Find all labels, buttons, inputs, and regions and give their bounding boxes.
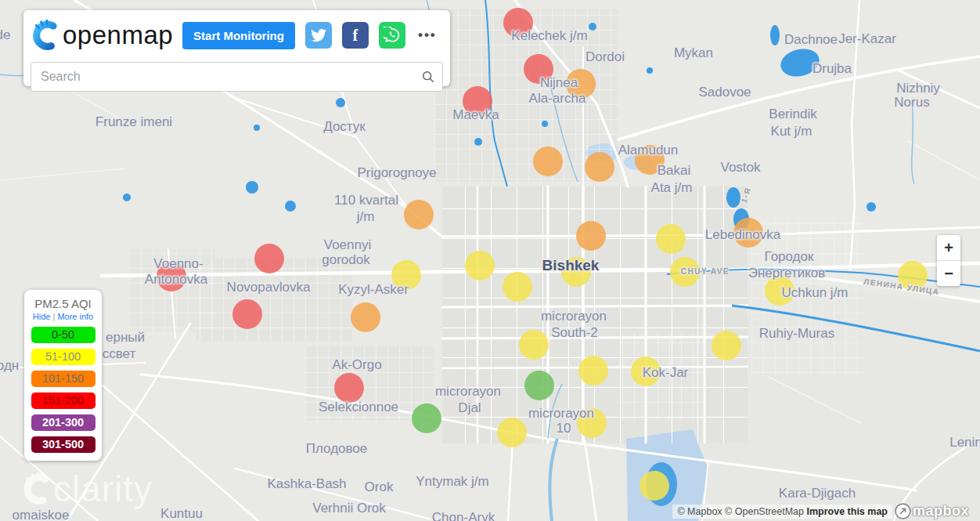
legend-range-pill: 151-200 [31, 393, 95, 409]
aqi-marker[interactable] [497, 418, 527, 447]
aqi-marker[interactable] [585, 152, 614, 182]
legend-range-pill: 51-100 [31, 349, 95, 365]
aqi-marker[interactable] [670, 257, 700, 287]
aqi-marker[interactable] [898, 261, 928, 291]
search-input[interactable] [31, 62, 443, 92]
openmap-app: Kelechek j/mDordoiMykanDachnoeJer-KazarD… [0, 0, 980, 521]
aqi-marker[interactable] [351, 302, 380, 332]
aqi-legend: PM2.5 AQI Hide | More info 0-5051-100101… [24, 290, 102, 461]
aqi-marker[interactable] [404, 200, 434, 230]
clarity-watermark: clarity [20, 468, 153, 510]
aqi-marker[interactable] [578, 356, 608, 385]
clarity-watermark-text: clarity [53, 468, 153, 510]
aqi-marker[interactable] [391, 260, 421, 290]
aqi-marker[interactable] [503, 272, 532, 302]
aqi-marker[interactable] [463, 86, 492, 116]
aqi-marker[interactable] [566, 69, 596, 99]
aqi-marker[interactable] [635, 145, 665, 175]
aqi-marker[interactable] [157, 262, 186, 291]
improve-map-link[interactable]: Improve this map [807, 506, 888, 517]
mapbox-logo-text: mapbox [913, 503, 969, 519]
aqi-marker[interactable] [519, 330, 549, 360]
aqi-marker[interactable] [232, 299, 262, 329]
more-options-button[interactable]: ••• [418, 27, 437, 43]
aqi-marker[interactable] [712, 331, 741, 360]
osm-attribution-link[interactable]: © OpenStreetMap [725, 506, 804, 517]
map-attribution: © Mapbox © OpenStreetMap Improve this ma… [672, 505, 892, 519]
legend-more-info-link[interactable]: More info [57, 312, 93, 321]
aqi-marker[interactable] [656, 224, 686, 254]
aqi-marker[interactable] [576, 221, 606, 251]
aqi-marker[interactable] [465, 251, 495, 280]
search-icon[interactable] [421, 70, 435, 84]
aqi-marker[interactable] [254, 244, 284, 273]
legend-hide-link[interactable]: Hide [33, 312, 51, 321]
twitter-icon [311, 27, 326, 43]
start-monitoring-button[interactable]: Start Monitoring [182, 22, 295, 49]
map-zoom-control: + − [937, 235, 960, 286]
legend-range-pill: 101-150 [31, 371, 95, 387]
facebook-icon: f [353, 27, 358, 45]
aqi-marker[interactable] [503, 8, 533, 38]
whatsapp-button[interactable] [379, 22, 405, 49]
zoom-in-button[interactable]: + [937, 235, 960, 260]
mapbox-logo[interactable]: mapbox [895, 503, 969, 519]
facebook-button[interactable]: f [342, 22, 369, 49]
aqi-marker[interactable] [524, 54, 553, 84]
mapbox-logo-icon [895, 503, 911, 519]
aqi-marker[interactable] [561, 257, 591, 287]
logo-text: openmap [63, 20, 173, 50]
mapbox-attribution-link[interactable]: © Mapbox [677, 506, 722, 517]
aqi-marker[interactable] [412, 403, 441, 433]
legend-ranges: 0-5051-100101-150151-200201-300301-500 [24, 327, 102, 453]
clarity-swoosh-icon [30, 20, 61, 51]
legend-link-separator: | [52, 312, 55, 321]
legend-range-pill: 0-50 [31, 327, 95, 343]
aqi-marker[interactable] [765, 276, 794, 306]
aqi-marker[interactable] [334, 373, 364, 403]
legend-links: Hide | More info [24, 312, 102, 321]
aqi-marker[interactable] [524, 371, 554, 400]
aqi-marker[interactable] [640, 471, 669, 501]
legend-title: PM2.5 AQI [24, 297, 102, 310]
twitter-button[interactable] [305, 22, 332, 49]
aqi-marker[interactable] [733, 218, 763, 248]
legend-range-pill: 301-500 [31, 436, 95, 453]
legend-range-pill: 201-300 [31, 414, 95, 431]
clarity-swoosh-icon [20, 472, 53, 505]
zoom-out-button[interactable]: − [937, 261, 960, 286]
header-card: openmap Start Monitoring f ••• [23, 10, 450, 86]
aqi-marker[interactable] [631, 356, 661, 386]
whatsapp-icon [384, 27, 401, 44]
aqi-marker[interactable] [577, 408, 607, 438]
openmap-logo: openmap [30, 20, 173, 51]
aqi-marker[interactable] [533, 147, 563, 176]
